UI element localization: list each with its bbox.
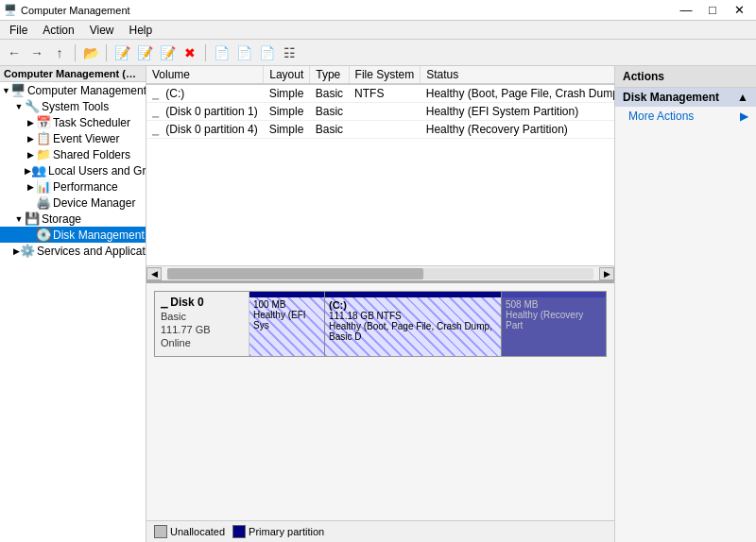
table-row[interactable]: ⎯ (C:) Simple Basic NTFS Healthy (Boot, … [146,84,614,103]
toolbar-sep2 [106,44,107,61]
tree-label-performance: Performance [53,180,118,194]
tree-item-system-tools[interactable]: ▼ 🔧 System Tools [0,98,146,114]
tree-arrow-shared: ▶ [25,150,36,160]
tree-label-system-tools: System Tools [42,100,109,113]
row-icon-2: ⎯ [152,105,159,118]
local-users-icon: 👥 [31,163,46,178]
tree-label-storage: Storage [42,212,81,226]
tree-item-disk-management[interactable]: ▶ 💽 Disk Management [0,227,146,243]
cell-layout-2: Simple [264,103,310,121]
row-icon-1: ⎯ [152,87,159,100]
toolbar-show-hide-tree[interactable]: 📂 [80,42,101,63]
disk-name: ⎯ Disk 0 [161,296,243,309]
menu-view[interactable]: View [82,21,122,39]
partition-recovery[interactable]: 508 MB Healthy (Recovery Part [502,292,606,356]
disk-management-icon: 💽 [36,228,51,242]
toolbar-btn3[interactable]: 📝 [112,42,132,63]
recovery-top-bar [502,292,606,297]
toolbar-help[interactable]: 📄 [233,42,254,63]
more-actions-label: More Actions [628,110,694,123]
table-scroll[interactable]: Volume Layout Type File System Status ⎯ … [146,66,614,265]
minimize-button[interactable]: — [673,0,699,21]
menu-help[interactable]: Help [122,21,161,39]
toolbar-view2[interactable]: ☷ [279,42,300,63]
table-row[interactable]: ⎯ (Disk 0 partition 4) Simple Basic Heal… [146,121,614,139]
toolbar-btn5[interactable]: 📝 [157,42,178,63]
col-type: Type [310,66,349,84]
tree-item-local-users[interactable]: ▶ 👥 Local Users and Groups [0,162,146,178]
disk-status: Online [161,337,243,348]
toolbar-up[interactable]: ↑ [49,42,70,63]
scroll-right-btn[interactable]: ▶ [599,267,614,280]
horizontal-scrollbar[interactable]: ◀ ▶ [146,265,614,280]
disk-type: Basic [161,311,243,322]
cell-layout-3: Simple [264,121,310,139]
menu-file[interactable]: File [2,21,35,39]
efi-status: Healthy (EFI Sys [253,310,320,330]
tree-label-users: Local Users and Groups [48,164,146,178]
tree-label-shared: Shared Folders [53,148,130,161]
tree-item-shared-folders[interactable]: ▶ 📁 Shared Folders [0,146,146,162]
col-volume: Volume [146,66,264,84]
disk-0-row: ⎯ Disk 0 Basic 111.77 GB Online 100 MB H… [154,291,607,357]
scrollbar-track[interactable] [167,268,593,279]
toolbar-btn4[interactable]: 📝 [134,42,155,63]
col-filesystem: File System [349,66,421,84]
action-more-actions[interactable]: More Actions ▶ [615,107,756,126]
action-section-disk-management[interactable]: Disk Management ▲ [615,88,756,107]
title-bar: 🖥️ Computer Management — □ ✕ [0,0,756,21]
tree-item-storage[interactable]: ▼ 💾 Storage [0,211,146,227]
toolbar-back[interactable]: ← [4,42,25,63]
storage-icon: 💾 [25,212,40,226]
row-icon-3: ⎯ [152,123,159,136]
toolbar: ← → ↑ 📂 📝 📝 📝 ✖ 📄 📄 📄 ☷ [0,40,756,66]
legend-primary: Primary partition [232,525,324,538]
efi-size: 100 MB [253,299,320,310]
disk-size: 111.77 GB [161,324,243,335]
tree-item-root[interactable]: ▼ 🖥️ Computer Management (Lo... [0,82,146,98]
device-manager-icon: 🖨️ [36,195,51,210]
toolbar-delete[interactable]: ✖ [180,42,200,63]
tree-item-performance[interactable]: ▶ 📊 Performance [0,178,146,195]
tree-item-task-scheduler[interactable]: ▶ 📅 Task Scheduler [0,114,146,130]
cell-type-1: Basic [310,84,349,103]
tree-label-device: Device Manager [53,196,135,210]
tree-arrow-users: ▶ [25,166,31,176]
volume-table: Volume Layout Type File System Status ⎯ … [146,66,614,139]
menu-action[interactable]: Action [35,21,81,39]
actions-panel: Actions Disk Management ▲ More Actions ▶ [614,66,756,542]
close-button[interactable]: ✕ [726,0,752,21]
c-status: Healthy (Boot, Page File, Crash Dump, Ba… [329,321,497,342]
volume-table-area: Volume Layout Type File System Status ⎯ … [146,66,614,283]
recovery-status: Healthy (Recovery Part [506,310,602,330]
scroll-left-btn[interactable]: ◀ [146,267,162,280]
tree-header: Computer Management (Loca [0,66,146,82]
disk-partitions: 100 MB Healthy (EFI Sys (C:) 111.18 GB N… [249,292,606,356]
legend-label-unallocated: Unallocated [170,526,225,537]
tree-arrow-task: ▶ [25,118,36,127]
tree-arrow-services: ▶ [13,246,20,256]
maximize-button[interactable]: □ [699,0,726,21]
right-content: Volume Layout Type File System Status ⎯ … [146,66,614,542]
toolbar-properties[interactable]: 📄 [211,42,232,63]
partition-c[interactable]: (C:) 111.18 GB NTFS Healthy (Boot, Page … [325,292,502,356]
title-bar-left: 🖥️ Computer Management [4,4,130,16]
action-section-arrow-icon: ▲ [737,91,748,104]
main-layout: Computer Management (Loca ▼ 🖥️ Computer … [0,66,756,542]
partition-efi[interactable]: 100 MB Healthy (EFI Sys [249,292,325,356]
legend-label-primary: Primary partition [249,526,324,537]
toolbar-forward[interactable]: → [26,42,47,63]
table-row[interactable]: ⎯ (Disk 0 partition 1) Simple Basic Heal… [146,103,614,121]
tree-item-device-manager[interactable]: ▶ 🖨️ Device Manager [0,195,146,211]
legend-box-primary [232,525,246,538]
app-icon: 🖥️ [4,4,17,16]
tree-item-services[interactable]: ▶ ⚙️ Services and Applications [0,243,146,259]
shared-folders-icon: 📁 [36,147,51,161]
cell-layout-1: Simple [264,84,310,103]
disk-area: ⎯ Disk 0 Basic 111.77 GB Online 100 MB H… [146,283,614,542]
toolbar-view1[interactable]: 📄 [256,42,277,63]
legend-box-unallocated [154,525,167,538]
tree-item-event-viewer[interactable]: ▶ 📋 Event Viewer [0,130,146,146]
c-top-bar [325,292,501,297]
event-viewer-icon: 📋 [36,131,51,145]
